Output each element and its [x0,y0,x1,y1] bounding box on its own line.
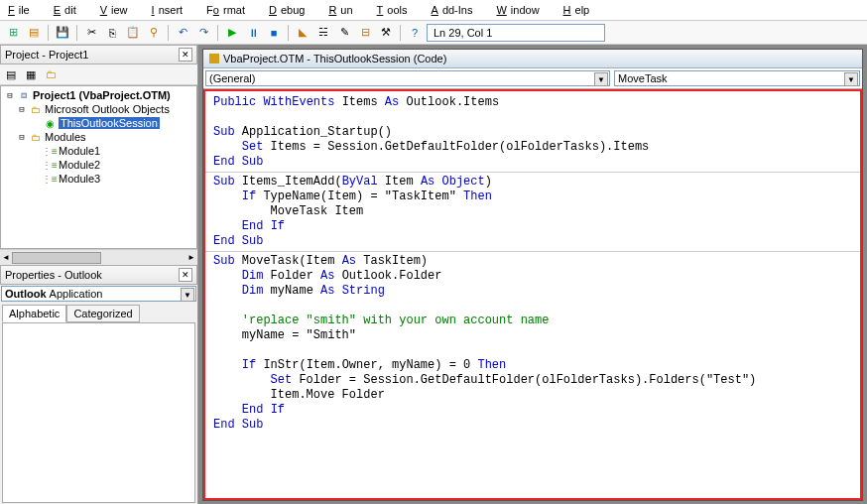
chevron-down-icon[interactable]: ▼ [594,72,608,86]
menu-window[interactable]: Window [492,2,547,18]
modules-folder-label: Modules [45,131,86,143]
tree-this-session[interactable]: ◉ ThisOutlookSession [3,116,194,130]
chevron-down-icon[interactable]: ▼ [181,288,194,302]
menu-file[interactable]: File [4,2,38,18]
design-icon[interactable]: ◣ [294,24,311,42]
pause-icon[interactable]: ⏸ [244,24,262,42]
menu-view[interactable]: View [96,2,136,18]
code-window: VbaProject.OTM - ThisOutlookSession (Cod… [202,49,863,501]
outlook-folder-label: Microsoft Outlook Objects [45,103,170,115]
module-label: Module2 [59,159,100,171]
separator [76,25,77,41]
find-icon[interactable]: ⚲ [145,24,163,42]
tree-module3[interactable]: ⋮≡ Module3 [3,172,194,186]
separator [217,25,218,41]
tree-project-root[interactable]: ⊟⧈ Project1 (VbaProject.OTM) [3,88,194,102]
separator [400,25,401,41]
menu-format[interactable]: Format [202,2,253,18]
module-label: Module3 [59,173,100,185]
view-code-icon[interactable]: ▤ [2,66,20,82]
tree-modules-folder[interactable]: ⊟🗀 Modules [3,130,194,144]
run-icon[interactable]: ▶ [223,24,241,42]
project-tree[interactable]: ⊟⧈ Project1 (VbaProject.OTM) ⊟🗀 Microsof… [0,85,197,249]
menubar: File Edit View Insert Format Debug Run T… [0,0,867,21]
menu-addins[interactable]: Add-Ins [428,2,481,18]
paste-icon[interactable]: 📋 [124,24,142,42]
menu-edit[interactable]: Edit [50,2,84,18]
properties-object-selector[interactable]: Outlook Application ▼ [1,286,196,302]
menu-insert[interactable]: Insert [148,2,191,18]
properties-icon[interactable]: ✎ [335,24,353,42]
project-panel-title: Project - Project1 ✕ [0,45,197,64]
tree-module1[interactable]: ⋮≡ Module1 [3,144,194,158]
project-panel-label: Project - Project1 [5,49,88,61]
menu-help[interactable]: Help [559,2,598,18]
project-explorer-icon[interactable]: ☵ [314,24,332,42]
menu-debug[interactable]: Debug [265,2,312,18]
properties-grid[interactable] [2,323,195,503]
tab-categorized[interactable]: Categorized [66,305,139,322]
separator [48,25,49,41]
stop-icon[interactable]: ■ [265,24,283,42]
procedure-combo-value: MoveTask [618,72,668,84]
save-icon[interactable]: 💾 [54,24,71,42]
properties-panel-title: Properties - Outlook ✕ [0,265,197,285]
project-toolbar: ▤ ▦ 🗀 [0,64,197,85]
close-icon[interactable]: ✕ [179,268,192,282]
code-window-label: VbaProject.OTM - ThisOutlookSession (Cod… [223,53,446,64]
help-icon[interactable]: ? [406,24,424,42]
properties-panel-label: Properties - Outlook [5,269,102,281]
chevron-down-icon[interactable]: ▼ [844,72,858,86]
project-root-label: Project1 (VbaProject.OTM) [33,89,171,101]
code-editor[interactable]: Public WithEvents Items As Outlook.Items… [203,89,862,500]
object-browser-icon[interactable]: ⊟ [356,24,374,42]
redo-icon[interactable]: ↷ [194,24,212,42]
tree-module2[interactable]: ⋮≡ Module2 [3,158,194,172]
object-name: Outlook [5,288,47,300]
cursor-position: Ln 29, Col 1 [427,24,605,42]
separator [168,25,169,41]
separator [288,25,289,41]
copy-icon[interactable]: ⎘ [103,24,121,42]
object-type: Application [50,288,103,300]
menu-tools[interactable]: Tools [373,2,416,18]
cut-icon[interactable]: ✂ [82,24,100,42]
code-module-icon [209,54,219,63]
object-combo[interactable]: (General) ▼ [205,70,610,86]
toolbar: ⊞ ▤ 💾 ✂ ⎘ 📋 ⚲ ↶ ↷ ▶ ⏸ ■ ◣ ☵ ✎ ⊟ ⚒ ? Ln 2… [0,21,867,45]
view-form-icon[interactable]: ▤ [25,24,43,42]
properties-tabs: Alphabetic Categorized [2,305,195,323]
this-session-label: ThisOutlookSession [59,117,160,129]
toolbox-icon[interactable]: ⚒ [377,24,395,42]
code-window-title: VbaProject.OTM - ThisOutlookSession (Cod… [203,50,862,68]
view-object-icon[interactable]: ▦ [22,66,40,82]
menu-run[interactable]: Run [324,2,360,18]
view-ms-icon[interactable]: ⊞ [4,24,22,42]
undo-icon[interactable]: ↶ [174,24,191,42]
module-label: Module1 [59,145,100,157]
close-icon[interactable]: ✕ [179,48,192,62]
project-scrollbar[interactable]: ◄ ► [0,249,197,265]
tab-alphabetic[interactable]: Alphabetic [2,305,66,322]
tree-outlook-objects[interactable]: ⊟🗀 Microsoft Outlook Objects [3,102,194,116]
procedure-combo[interactable]: MoveTask ▼ [614,70,860,86]
object-combo-value: (General) [209,72,255,84]
toggle-folders-icon[interactable]: 🗀 [42,66,60,82]
